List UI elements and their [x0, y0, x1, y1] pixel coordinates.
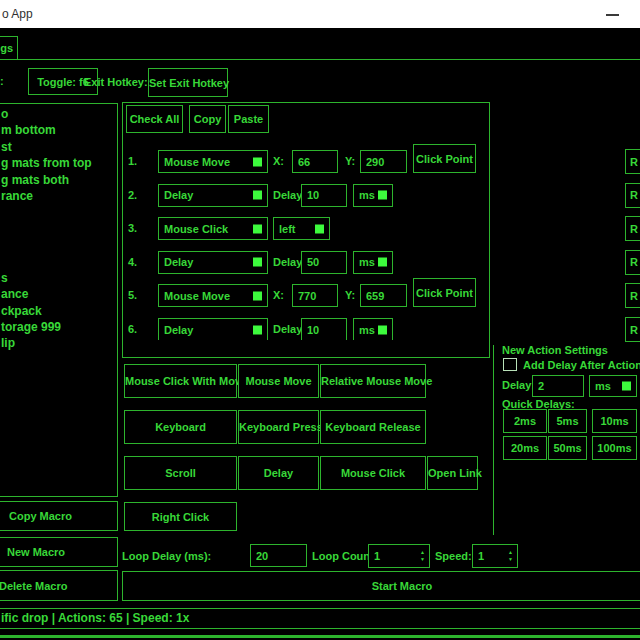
remove-action-button[interactable]: R [625, 250, 640, 275]
action-type-dropdown[interactable]: Mouse Click [158, 217, 268, 240]
macro-list[interactable]: om bottomstg mats from topg mats bothran… [0, 103, 118, 497]
new-macro-button[interactable]: New Macro [0, 537, 118, 567]
quick-delay-button[interactable]: 2ms [503, 409, 547, 433]
delay-unit-dropdown[interactable]: ms [353, 318, 393, 340]
action-row: 2.DelayDelay:ms [122, 184, 640, 207]
mouse-button-dropdown[interactable]: left [273, 217, 330, 240]
macro-list-item[interactable] [1, 237, 117, 253]
set-exit-hotkey-button[interactable]: Set Exit Hotkey [148, 68, 228, 97]
paste-actions-button[interactable]: Paste [228, 105, 269, 133]
macro-list-item[interactable]: torage 999 [1, 319, 117, 335]
macro-list-item[interactable] [1, 221, 117, 237]
delay-unit-dropdown[interactable]: ms [353, 251, 393, 274]
x-input[interactable] [292, 150, 338, 173]
y-input[interactable] [360, 150, 407, 173]
action-row: 4.DelayDelay:ms [122, 251, 640, 274]
action-number: 6. [128, 318, 137, 340]
action-number: 3. [128, 217, 137, 240]
quick-delay-button[interactable]: 10ms [592, 409, 637, 433]
spinner-down-icon[interactable]: ▼ [420, 557, 425, 562]
delete-macro-button[interactable]: Delete Macro [0, 570, 118, 601]
macro-list-item[interactable] [1, 254, 117, 270]
spinner-up-icon[interactable]: ▲ [508, 550, 513, 555]
action-type-dropdown[interactable]: Mouse Move [158, 150, 268, 173]
x-input[interactable] [292, 284, 338, 307]
dropdown-indicator-icon [378, 325, 387, 334]
add-action-button[interactable]: Mouse Click With Move [124, 364, 237, 398]
remove-action-button[interactable]: R [625, 183, 640, 208]
action-number: 4. [128, 251, 137, 274]
app-window: o App gs : Toggle: f6 Exit Hotkey: Set E… [0, 0, 640, 640]
x-label: X: [273, 150, 284, 173]
nas-delay-unit-dropdown[interactable]: ms [589, 375, 637, 397]
quick-delay-button[interactable]: 100ms [592, 436, 637, 460]
speed-stepper[interactable]: 1 ▲▼ [472, 544, 518, 568]
add-action-button[interactable]: Keyboard [124, 410, 237, 444]
action-type-dropdown[interactable]: Delay [158, 184, 268, 207]
loop-count-stepper[interactable]: 1 ▲▼ [368, 544, 430, 568]
y-label: Y: [345, 284, 355, 307]
remove-action-button[interactable]: R [625, 149, 640, 174]
macro-list-item[interactable]: m bottom [1, 122, 117, 138]
delay-unit-dropdown-value: ms [359, 256, 375, 268]
add-action-button[interactable]: Right Click [124, 502, 237, 531]
row-delay-input[interactable] [301, 251, 347, 274]
spinner-down-icon[interactable]: ▼ [508, 557, 513, 562]
start-macro-button[interactable]: Start Macro [122, 571, 640, 601]
click-point-button[interactable]: Click Point [413, 144, 476, 173]
quick-delay-button[interactable]: 20ms [503, 436, 547, 460]
loop-delay-input[interactable] [250, 544, 307, 567]
remove-action-button[interactable]: R [625, 317, 640, 342]
tab-settings[interactable]: gs [0, 36, 18, 60]
action-number: 1. [128, 150, 137, 173]
minimize-icon[interactable] [606, 14, 619, 16]
click-point-button[interactable]: Click Point [413, 278, 476, 307]
delay-unit-dropdown[interactable]: ms [353, 184, 393, 207]
quick-delay-button[interactable]: 50ms [548, 436, 587, 460]
add-action-button[interactable]: Delay [238, 456, 319, 490]
macro-list-item[interactable] [1, 204, 117, 220]
add-action-button[interactable]: Relative Mouse Move [320, 364, 426, 398]
dropdown-indicator-icon [253, 157, 262, 166]
macro-list-item[interactable]: ance [1, 286, 117, 302]
macro-list-item[interactable]: ckpack [1, 303, 117, 319]
check-all-button[interactable]: Check All [126, 105, 183, 133]
add-delay-checkbox[interactable] [503, 358, 517, 371]
add-action-button[interactable]: Mouse Move [238, 364, 319, 398]
add-action-button[interactable]: Keyboard Release [320, 410, 426, 444]
add-action-row: ScrollDelayMouse ClickOpen Link [124, 456, 478, 490]
add-action-button[interactable]: Keyboard Press [238, 410, 319, 444]
action-number: 2. [128, 184, 137, 207]
spinner-up-icon[interactable]: ▲ [420, 550, 425, 555]
copy-actions-button[interactable]: Copy [189, 105, 226, 133]
action-type-dropdown[interactable]: Delay [158, 318, 268, 340]
dropdown-indicator-icon [378, 258, 387, 267]
remove-action-button[interactable]: R [625, 216, 640, 241]
nas-delay-input[interactable] [532, 375, 584, 397]
macro-list-item[interactable]: o [1, 106, 117, 122]
remove-action-button[interactable]: R [625, 283, 640, 308]
macro-list-item[interactable]: lip [1, 335, 117, 351]
macro-list-item[interactable]: st [1, 139, 117, 155]
add-action-button[interactable]: Open Link [427, 456, 478, 490]
y-input[interactable] [360, 284, 407, 307]
add-delay-checkbox-label: Add Delay After Action [523, 359, 640, 371]
action-type-dropdown[interactable]: Mouse Move [158, 284, 268, 307]
dropdown-indicator-icon [315, 224, 324, 233]
action-type-dropdown[interactable]: Delay [158, 251, 268, 274]
speed-value: 1 [478, 550, 484, 562]
macro-list-item[interactable]: g mats both [1, 172, 117, 188]
action-type-dropdown-value: Mouse Move [164, 290, 230, 302]
add-action-button[interactable]: Scroll [124, 456, 237, 490]
action-type-dropdown-value: Delay [164, 256, 193, 268]
copy-macro-button[interactable]: Copy Macro [0, 501, 118, 531]
add-action-button[interactable]: Mouse Click [320, 456, 426, 490]
quick-delay-button[interactable]: 5ms [548, 409, 587, 433]
macro-list-item[interactable]: g mats from top [1, 155, 117, 171]
dropdown-indicator-icon [253, 224, 262, 233]
macro-list-item[interactable]: s [1, 270, 117, 286]
start-macro-label: Start Macro [372, 580, 433, 592]
row-delay-input[interactable] [301, 318, 347, 340]
row-delay-input[interactable] [301, 184, 347, 207]
macro-list-item[interactable]: rance [1, 188, 117, 204]
